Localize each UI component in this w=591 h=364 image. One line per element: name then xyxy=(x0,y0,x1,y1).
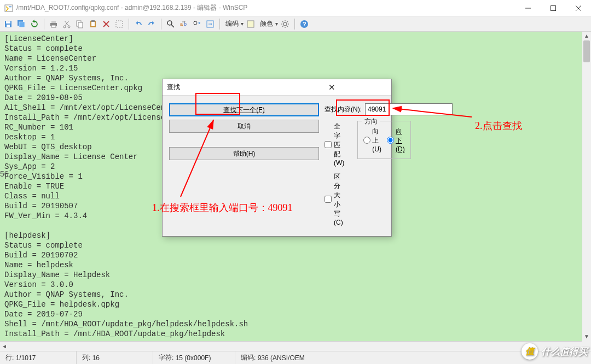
svg-rect-33 xyxy=(247,21,254,27)
find-close-button[interactable]: ✕ xyxy=(277,83,387,92)
goto-icon[interactable] xyxy=(204,18,216,30)
svg-rect-8 xyxy=(6,21,10,24)
watermark: 值 什么值得买 xyxy=(522,343,588,360)
find-icon[interactable] xyxy=(165,18,177,30)
cut-icon[interactable] xyxy=(61,18,73,30)
vertical-scrollbar[interactable]: ▲ ▼ xyxy=(582,32,591,341)
direction-legend: 方向 xyxy=(362,117,380,126)
help-icon[interactable]: ? xyxy=(298,18,310,30)
whole-word-checkbox[interactable]: 全字匹配(W) xyxy=(325,122,344,167)
svg-rect-14 xyxy=(51,25,56,27)
status-character: 字符: 15 (0x000F) xyxy=(153,351,235,364)
scroll-down-icon[interactable]: ▼ xyxy=(582,332,591,341)
find-dialog-title: 查找 xyxy=(167,83,277,92)
find-next-button[interactable]: 查找下一个(F) xyxy=(169,103,319,116)
status-column: 列: 16 xyxy=(77,351,153,364)
svg-rect-9 xyxy=(7,25,10,27)
svg-rect-26 xyxy=(116,21,123,27)
svg-rect-1 xyxy=(9,6,11,7)
print-icon[interactable] xyxy=(48,18,60,30)
dropdown-icon[interactable]: ▾ xyxy=(241,21,244,27)
svg-point-31 xyxy=(194,21,197,25)
svg-line-42 xyxy=(287,21,288,22)
dropdown-icon[interactable]: ▾ xyxy=(275,21,278,27)
scroll-left-icon[interactable]: ◄ xyxy=(0,342,9,351)
match-case-checkbox[interactable]: 区分大小写(C) xyxy=(325,172,344,226)
color-icon xyxy=(245,18,257,30)
svg-line-40 xyxy=(287,26,288,27)
status-line: 行: 1/1017 xyxy=(0,351,77,364)
svg-point-27 xyxy=(167,21,172,25)
toolbar: ab 编码▾ 颜色▾ ? xyxy=(0,16,591,32)
svg-rect-11 xyxy=(19,22,25,27)
save-icon[interactable] xyxy=(2,18,14,30)
svg-rect-4 xyxy=(551,5,556,10)
svg-rect-2 xyxy=(9,8,11,8)
paste-icon[interactable] xyxy=(87,18,99,30)
color-menu[interactable]: 颜色 xyxy=(258,19,275,28)
cancel-button[interactable]: 取消 xyxy=(169,120,319,133)
statusbar: 行: 1/1017 列: 16 字符: 15 (0x000F) 编码: 936 … xyxy=(0,351,591,364)
watermark-badge-icon: 值 xyxy=(522,343,538,360)
find-content-label: 查找内容(N): xyxy=(325,105,362,114)
find-dialog: 查找 ✕ 查找内容(N): 查找下一个(F) 取消 帮助(H) 全字匹配(W) … xyxy=(162,79,392,237)
copy-icon[interactable] xyxy=(74,18,86,30)
scroll-up-icon[interactable]: ▲ xyxy=(582,32,591,40)
direction-up-radio[interactable]: 向上(U) xyxy=(363,127,381,153)
encoding-menu[interactable]: 编码 xyxy=(223,19,241,28)
svg-rect-13 xyxy=(51,21,56,23)
svg-rect-20 xyxy=(78,22,83,28)
settings-icon[interactable] xyxy=(279,18,291,30)
svg-line-28 xyxy=(171,25,174,27)
save-all-icon[interactable] xyxy=(15,18,27,30)
reload-icon[interactable] xyxy=(28,18,40,30)
svg-line-39 xyxy=(282,21,283,22)
find-dialog-titlebar[interactable]: 查找 ✕ xyxy=(163,79,391,96)
minimize-button[interactable] xyxy=(515,0,541,16)
watermark-text: 什么值得买 xyxy=(541,345,588,358)
help-button[interactable]: 帮助(H) xyxy=(169,147,319,160)
find-next-icon[interactable] xyxy=(191,18,203,30)
replace-icon[interactable]: ab xyxy=(178,18,190,30)
redo-icon[interactable] xyxy=(146,18,158,30)
find-input[interactable] xyxy=(365,103,453,115)
svg-rect-22 xyxy=(91,22,95,26)
select-all-icon[interactable] xyxy=(113,18,125,30)
maximize-button[interactable] xyxy=(541,0,566,16)
app-icon xyxy=(4,4,13,13)
direction-group: 方向 向上(U) 向下(D) xyxy=(357,121,410,159)
svg-text:?: ? xyxy=(303,21,306,27)
horizontal-scrollbar[interactable]: ◄ xyxy=(0,341,582,351)
titlebar: /mnt/HDA_ROOT/.config/qpkg.conf - admin@… xyxy=(0,0,591,16)
svg-line-41 xyxy=(282,26,283,27)
cropped-marker: 56 xyxy=(0,169,9,178)
svg-rect-23 xyxy=(91,20,95,22)
scroll-thumb[interactable] xyxy=(583,40,590,62)
window-title: /mnt/HDA_ROOT/.config/qpkg.conf - admin@… xyxy=(16,3,515,13)
delete-icon[interactable] xyxy=(100,18,112,30)
direction-down-radio[interactable]: 向下(D) xyxy=(387,127,405,153)
close-button[interactable] xyxy=(566,0,591,16)
svg-point-34 xyxy=(283,22,287,26)
undo-icon[interactable] xyxy=(132,18,144,30)
